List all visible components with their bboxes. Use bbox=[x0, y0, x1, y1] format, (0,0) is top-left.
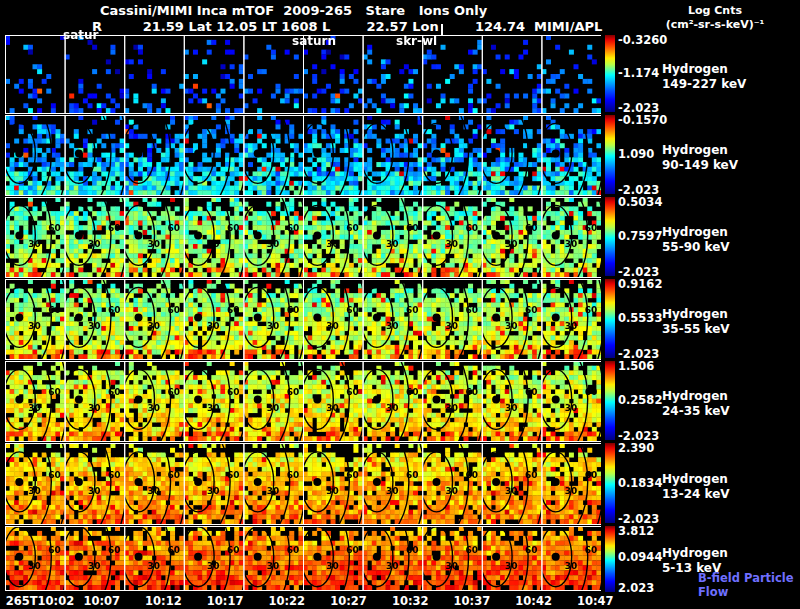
row-energy-label: 24-35 keV bbox=[662, 404, 730, 418]
time-axis-tick: 10:47 bbox=[577, 594, 614, 608]
row-energy-label: 35-55 keV bbox=[662, 322, 730, 336]
colorbar-max-label: 0.5034 bbox=[618, 195, 662, 209]
time-axis-tick: 10:27 bbox=[330, 594, 367, 608]
row-energy-label: 55-90 keV bbox=[662, 240, 730, 254]
spectrogram-heatmap-canvas bbox=[5, 35, 601, 591]
time-axis-tick: 10:17 bbox=[207, 594, 244, 608]
time-axis-tick: 265T10:02 bbox=[6, 594, 74, 608]
plot-title: Cassini/MIMI Inca mTOF 2009-265 Stare Io… bbox=[100, 3, 487, 18]
colorbar-mid-label: -1.174 bbox=[618, 66, 659, 80]
row-species-label: Hydrogen bbox=[662, 389, 728, 403]
colorbar-mid-label: 0.7597 bbox=[618, 229, 662, 243]
colorbar-mid-label: 0.0944 bbox=[618, 550, 662, 564]
time-axis-tick: 10:37 bbox=[454, 594, 491, 608]
row-species-label: Hydrogen bbox=[662, 143, 728, 157]
colorbar-units-line2: (cm²-sr-s-keV)⁻¹ bbox=[640, 18, 790, 32]
panel-annotation-satur: satur bbox=[63, 28, 98, 42]
time-axis-tick: 10:32 bbox=[392, 594, 429, 608]
row-species-label: Hydrogen bbox=[662, 225, 728, 239]
row-energy-label: 149-227 keV bbox=[662, 77, 746, 91]
row-species-label: Hydrogen bbox=[662, 62, 728, 76]
event-tick-marker bbox=[441, 24, 443, 36]
colorbar-row-1 bbox=[605, 35, 615, 112]
time-axis-tick: 10:22 bbox=[268, 594, 305, 608]
colorbar-row-5 bbox=[605, 361, 615, 440]
colorbar-units: Log Cnts (cm²-sr-s-keV)⁻¹ bbox=[640, 4, 790, 32]
colorbar-row-3 bbox=[605, 197, 615, 276]
bfield-particle-flow-note: B-field Particle Flow bbox=[698, 571, 800, 599]
colorbar-mid-label: 0.5533 bbox=[618, 311, 662, 325]
colorbar-units-line1: Log Cnts bbox=[640, 4, 790, 18]
colorbar-min-label: 2.023 bbox=[618, 581, 654, 595]
time-axis-tick: 10:12 bbox=[145, 594, 182, 608]
row-energy-label: 90-149 keV bbox=[662, 158, 738, 172]
row-species-label: Hydrogen bbox=[662, 546, 728, 560]
row-species-label: Hydrogen bbox=[662, 472, 728, 486]
time-axis-tick: 10:07 bbox=[83, 594, 120, 608]
colorbar-max-label: -0.1570 bbox=[618, 113, 667, 127]
colorbar-mid-label: 1.090 bbox=[618, 147, 654, 161]
colorbar-max-label: 2.390 bbox=[618, 441, 654, 455]
plot-subtitle: R 21.59 Lat 12.05 LT 1608 L 22.57 Lon 12… bbox=[92, 19, 602, 34]
colorbar-max-label: 1.506 bbox=[618, 359, 654, 373]
colorbar-row-4 bbox=[605, 279, 615, 358]
row-energy-label: 13-24 keV bbox=[662, 487, 730, 501]
row-species-label: Hydrogen bbox=[662, 307, 728, 321]
cassini-mimi-ion-spectrogram: Cassini/MIMI Inca mTOF 2009-265 Stare Io… bbox=[0, 0, 800, 609]
colorbar-max-label: 0.9162 bbox=[618, 277, 662, 291]
colorbar-max-label: -0.3260 bbox=[618, 33, 667, 47]
colorbar-row-7 bbox=[605, 526, 615, 592]
panel-annotation-saturn: saturn bbox=[292, 34, 336, 48]
panel-annotation-skr-wl: skr-wl bbox=[396, 34, 437, 48]
colorbar-mid-label: 0.1834 bbox=[618, 476, 662, 490]
colorbar-mid-label: 0.2582 bbox=[618, 393, 662, 407]
colorbar-row-2 bbox=[605, 115, 615, 194]
colorbar-row-6 bbox=[605, 443, 615, 523]
time-axis-tick: 10:42 bbox=[515, 594, 552, 608]
colorbar-max-label: 3.812 bbox=[618, 524, 654, 538]
